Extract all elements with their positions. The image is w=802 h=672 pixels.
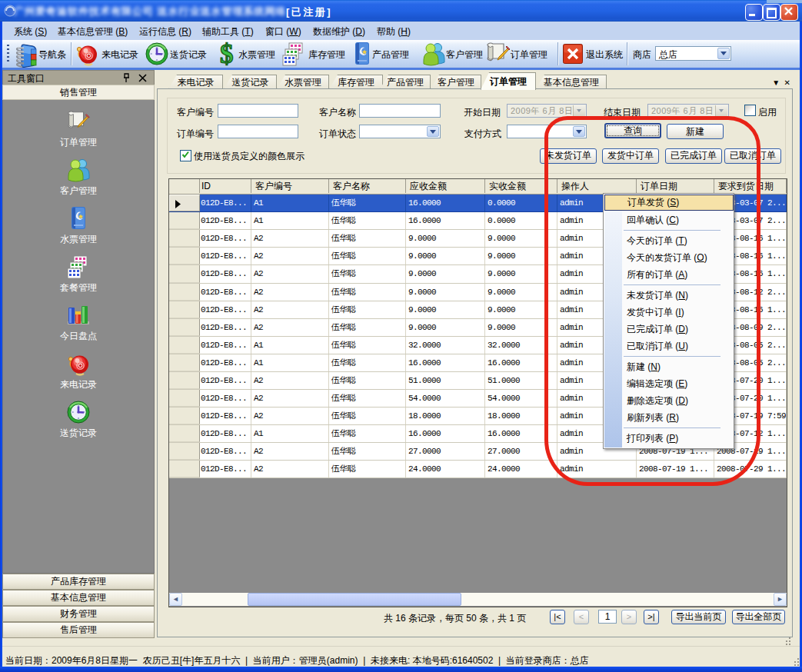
svg-text:$: $ <box>220 41 234 67</box>
